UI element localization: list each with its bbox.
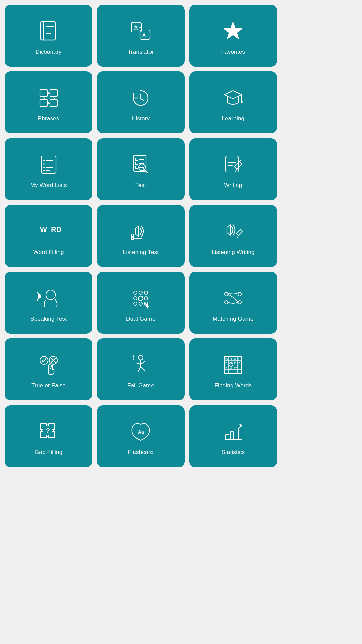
svg-text:R: R bbox=[225, 366, 228, 369]
flashcard-label: Flashcard bbox=[128, 449, 154, 456]
svg-point-21 bbox=[43, 163, 45, 165]
svg-line-40 bbox=[236, 169, 237, 171]
history-label: History bbox=[132, 115, 150, 122]
matching-game-icon bbox=[220, 285, 246, 312]
svg-point-23 bbox=[43, 167, 45, 168]
svg-rect-30 bbox=[135, 162, 138, 165]
writing-icon bbox=[220, 151, 246, 178]
my-word-lists-label: My Word Lists bbox=[30, 182, 67, 189]
card-phrases[interactable]: Phrases bbox=[5, 71, 92, 133]
svg-text:W: W bbox=[225, 357, 228, 361]
fall-game-label: Fall Game bbox=[127, 382, 154, 389]
dual-game-label: Dual Game bbox=[126, 316, 156, 322]
card-speaking-test[interactable]: Speaking Test bbox=[5, 272, 92, 334]
card-learning[interactable]: Learning bbox=[189, 71, 277, 133]
card-matching-game[interactable]: Matching Game bbox=[189, 272, 277, 334]
svg-point-66 bbox=[138, 355, 143, 360]
svg-text:A: A bbox=[142, 32, 146, 38]
svg-line-34 bbox=[143, 169, 147, 173]
card-history[interactable]: History bbox=[97, 71, 184, 133]
card-writing[interactable]: Writing bbox=[189, 138, 277, 200]
favorites-icon bbox=[220, 18, 246, 45]
dictionary-icon bbox=[35, 18, 62, 45]
svg-line-14 bbox=[141, 99, 144, 101]
test-icon bbox=[127, 151, 154, 178]
listening-writing-label: Listening Writing bbox=[212, 249, 255, 256]
card-translator[interactable]: 文 A Translator bbox=[97, 5, 184, 67]
svg-text:?: ? bbox=[46, 427, 50, 434]
svg-point-58 bbox=[225, 292, 228, 296]
card-test[interactable]: Test bbox=[97, 138, 184, 200]
true-or-false-icon bbox=[35, 352, 62, 378]
writing-label: Writing bbox=[224, 182, 242, 189]
svg-point-49 bbox=[134, 291, 137, 294]
card-dual-game[interactable]: Dual Game bbox=[97, 272, 184, 334]
test-label: Test bbox=[135, 182, 146, 189]
learning-label: Learning bbox=[222, 115, 244, 122]
card-true-or-false[interactable]: True or False bbox=[5, 338, 92, 400]
learning-icon bbox=[220, 85, 246, 111]
card-listening-writing[interactable]: Listening Writing bbox=[189, 205, 277, 267]
card-flashcard[interactable]: Aa Flashcard bbox=[97, 405, 184, 467]
finding-words-icon: W O R D D O D D R O W bbox=[220, 352, 246, 378]
matching-game-label: Matching Game bbox=[213, 316, 254, 322]
svg-rect-9 bbox=[40, 89, 47, 97]
svg-text:D: D bbox=[225, 362, 228, 365]
svg-text:W: W bbox=[234, 366, 237, 369]
app-grid: Dictionary 文 A Translator Favorites bbox=[0, 0, 282, 472]
svg-text:D: D bbox=[234, 362, 236, 365]
svg-rect-10 bbox=[50, 89, 57, 97]
svg-text:W_RD: W_RD bbox=[40, 225, 61, 234]
svg-rect-95 bbox=[235, 429, 238, 440]
svg-rect-11 bbox=[40, 99, 47, 107]
card-listening-test[interactable]: Listening Test bbox=[97, 205, 184, 267]
svg-point-61 bbox=[238, 301, 241, 304]
svg-text:Aa: Aa bbox=[138, 429, 144, 435]
svg-point-48 bbox=[46, 290, 55, 300]
card-my-word-lists[interactable]: My Word Lists bbox=[5, 138, 92, 200]
translator-label: Translator bbox=[128, 49, 154, 55]
phrases-icon bbox=[35, 85, 62, 111]
flashcard-icon: Aa bbox=[127, 418, 154, 445]
speaking-test-icon bbox=[35, 285, 62, 312]
card-favorites[interactable]: Favorites bbox=[189, 5, 277, 67]
statistics-icon bbox=[220, 418, 246, 445]
card-dictionary[interactable]: Dictionary bbox=[5, 5, 92, 67]
svg-rect-93 bbox=[226, 434, 229, 440]
svg-point-55 bbox=[134, 302, 137, 305]
card-statistics[interactable]: Statistics bbox=[189, 405, 277, 467]
svg-text:R: R bbox=[234, 357, 236, 361]
svg-marker-8 bbox=[224, 22, 242, 39]
svg-rect-43 bbox=[131, 234, 134, 236]
dictionary-label: Dictionary bbox=[36, 49, 62, 55]
my-word-lists-icon bbox=[35, 151, 62, 178]
svg-rect-32 bbox=[135, 166, 138, 169]
true-or-false-label: True or False bbox=[31, 382, 66, 389]
svg-point-52 bbox=[134, 297, 137, 300]
svg-line-41 bbox=[239, 160, 241, 162]
listening-test-icon bbox=[127, 218, 154, 245]
translator-icon: 文 A bbox=[127, 18, 154, 45]
svg-point-60 bbox=[238, 292, 241, 296]
svg-rect-45 bbox=[131, 237, 134, 240]
card-gap-filling[interactable]: ? Gap Filling bbox=[5, 405, 92, 467]
phrases-label: Phrases bbox=[38, 115, 59, 122]
word-filling-label: Word Filling bbox=[33, 249, 64, 256]
svg-point-54 bbox=[144, 297, 148, 300]
svg-text:D: D bbox=[238, 362, 241, 365]
svg-point-56 bbox=[139, 302, 142, 305]
card-finding-words[interactable]: W O R D D O D D R O W Finding Words bbox=[189, 338, 277, 400]
favorites-label: Favorites bbox=[221, 49, 245, 55]
svg-point-25 bbox=[43, 170, 45, 171]
svg-point-62 bbox=[40, 356, 48, 364]
svg-point-59 bbox=[225, 301, 228, 304]
svg-point-51 bbox=[144, 291, 148, 294]
svg-point-53 bbox=[138, 296, 143, 301]
svg-rect-28 bbox=[135, 158, 138, 161]
listening-test-label: Listening Test bbox=[123, 249, 159, 256]
gap-filling-icon: ? bbox=[35, 418, 62, 445]
speaking-test-label: Speaking Test bbox=[30, 316, 67, 322]
card-word-filling[interactable]: W_RD Word Filling bbox=[5, 205, 92, 267]
card-fall-game[interactable]: Fall Game bbox=[97, 338, 184, 400]
word-filling-icon: W_RD bbox=[35, 218, 62, 245]
